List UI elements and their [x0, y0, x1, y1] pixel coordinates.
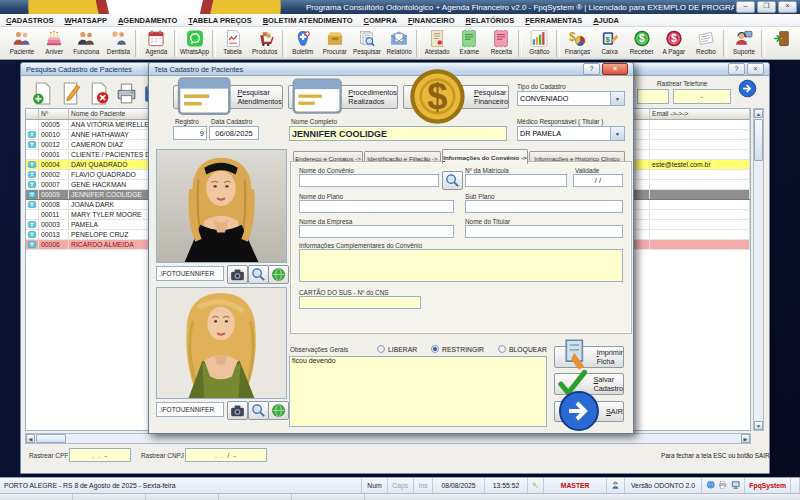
toolbar-funciona-button[interactable]: Funciona: [70, 28, 102, 59]
menu-item-0[interactable]: CADASTROS: [6, 16, 54, 25]
subplano-input[interactable]: [465, 200, 623, 213]
menu-item-2[interactable]: AGENDAMENTO: [118, 16, 177, 25]
obs-textarea[interactable]: ficou devendo: [289, 356, 547, 427]
pesquisar-financeiro-button[interactable]: $ Pesquisar Financeiro: [403, 85, 509, 109]
toolbar-recibo-button[interactable]: Recibo: [690, 28, 722, 59]
globe-icon[interactable]: [706, 480, 715, 490]
menu-item-8[interactable]: FERRAMENTAS: [525, 16, 582, 25]
toolbar-label: A Pagar: [663, 48, 685, 55]
cell-email: [650, 210, 750, 219]
toolbar-caixa-button[interactable]: $Caixa: [594, 28, 626, 59]
edit-patient-button[interactable]: [57, 80, 84, 107]
toolbar-exame-button[interactable]: Exame: [453, 28, 485, 59]
menu-bar: CADASTROSWHATSAPPAGENDAMENTOTABELA PREÇO…: [0, 14, 800, 27]
exit-arrow-icon: [555, 387, 603, 437]
data-cadastro-field[interactable]: 06/08/2025: [209, 126, 259, 140]
radio-bloquear[interactable]: BLOQUEAR: [498, 345, 547, 353]
panel-close-button[interactable]: ×: [747, 63, 764, 75]
menu-item-6[interactable]: FINANCEIRO: [408, 16, 455, 25]
menu-item-7[interactable]: RELATÓRIOS: [466, 16, 515, 25]
toolbar-suporte-button[interactable]: Suporte: [728, 28, 760, 59]
menu-item-1[interactable]: WHATSAPP: [65, 16, 107, 25]
registro-field[interactable]: 9: [173, 126, 207, 140]
phone-icon: [26, 170, 39, 179]
status-ins: Ins: [414, 478, 434, 493]
cell-email: [650, 140, 750, 149]
telefone-input[interactable]: -: [673, 89, 731, 104]
maximize-button[interactable]: ❐: [757, 1, 776, 13]
patient-photo-2: [156, 287, 287, 399]
nome-completo-field[interactable]: JENNIFER COOLIDGE: [289, 126, 507, 141]
toolbar-relat-rio-button[interactable]: Relatório: [383, 28, 415, 59]
webcam-button-1[interactable]: [227, 265, 248, 284]
toolbar-produtos-button[interactable]: Produtos: [249, 28, 281, 59]
zoom-photo-button-1[interactable]: [248, 265, 269, 284]
radio-liberar[interactable]: LIBERAR: [377, 345, 417, 353]
table-hscrollbar[interactable]: ◀ ▶: [25, 433, 751, 444]
sus-input[interactable]: [299, 296, 421, 309]
close-button[interactable]: ×: [778, 1, 797, 13]
toolbar-procurar-button[interactable]: Procurar: [319, 28, 351, 59]
telefone-ddd-input[interactable]: [637, 89, 669, 104]
toolbar-atestado-button[interactable]: Atestado: [421, 28, 453, 59]
plano-input[interactable]: [299, 200, 454, 213]
dialog-close-button[interactable]: ×: [602, 63, 628, 75]
load-photo-button-2[interactable]: [268, 401, 289, 420]
phone-icon: [26, 140, 39, 149]
empresa-input[interactable]: [299, 225, 454, 238]
menu-item-5[interactable]: COMPRA: [364, 16, 397, 25]
zoom-photo-button-2[interactable]: [248, 401, 269, 420]
printer-icon[interactable]: [718, 480, 727, 490]
menu-item-9[interactable]: AJUDA: [593, 16, 619, 25]
tipo-cadastro-select[interactable]: CONVENIADO▼: [517, 91, 625, 106]
aniver-icon: [44, 29, 64, 48]
minimize-button[interactable]: –: [736, 1, 755, 13]
tab-2[interactable]: Informações do Convênio ->: [442, 149, 528, 164]
matricula-input[interactable]: [465, 174, 567, 187]
pesquisar-atendimentos-button[interactable]: Pesquisar Atendimentos: [173, 85, 283, 109]
toolbar-receber-button[interactable]: $Receber: [626, 28, 658, 59]
toolbar-receita-button[interactable]: Receita: [485, 28, 517, 59]
webcam-button-2[interactable]: [227, 401, 248, 420]
new-patient-button[interactable]: [29, 80, 56, 107]
status-location: PORTO ALEGRE - RS 8 de Agosto de 2025 - …: [0, 478, 362, 493]
complementares-textarea[interactable]: [299, 249, 623, 282]
table-vscrollbar[interactable]: ▲ ▼: [753, 108, 764, 431]
medico-select[interactable]: DR PAMELA▼: [517, 126, 625, 141]
toolbar-agenda-button[interactable]: Agenda: [140, 28, 172, 59]
toolbar-tabela-button[interactable]: Tabela: [217, 28, 249, 59]
sair-button[interactable]: SAIR: [554, 401, 624, 422]
nome-convenio-input[interactable]: [299, 174, 439, 187]
load-photo-button-1[interactable]: [268, 265, 289, 284]
menu-item-3[interactable]: TABELA PREÇOS: [188, 16, 251, 25]
cnpj-input[interactable]: . . / -: [185, 448, 267, 462]
search-phone-button[interactable]: [737, 78, 758, 99]
print-list-button[interactable]: [113, 80, 140, 107]
header-num[interactable]: Nº: [39, 109, 69, 119]
toolbar-gr-fico-button[interactable]: Gráfico: [523, 28, 555, 59]
titular-input[interactable]: [465, 225, 623, 238]
delete-patient-button[interactable]: [85, 80, 112, 107]
panel-help-button[interactable]: ?: [728, 63, 745, 75]
photo-path-input-1[interactable]: [156, 266, 224, 281]
cell-num: 00008: [39, 200, 69, 209]
search-convenio-button[interactable]: [442, 171, 463, 190]
toolbar-whatsapp-button[interactable]: WhatsApp: [178, 28, 210, 59]
radio-restringir[interactable]: RESTRINGIR: [431, 345, 484, 353]
toolbar-aniver-button[interactable]: Aniver: [38, 28, 70, 59]
toolbar-boletim-button[interactable]: Boletim: [287, 28, 319, 59]
photo-path-input-2[interactable]: [156, 402, 224, 417]
cpf-input[interactable]: . . -: [69, 448, 131, 462]
toolbar-dentista-button[interactable]: Dentista: [102, 28, 134, 59]
monitor-icon[interactable]: [731, 480, 740, 490]
toolbar-a-pagar-button[interactable]: $A Pagar: [658, 28, 690, 59]
dialog-help-button[interactable]: ?: [583, 63, 600, 75]
toolbar-pesquisar-button[interactable]: Pesquisar: [351, 28, 383, 59]
toolbar-finan-as-button[interactable]: $Finanças: [561, 28, 593, 59]
procedimentos-realizados-button[interactable]: Procedimentos Realizados: [288, 85, 398, 109]
validade-input[interactable]: / /: [573, 174, 623, 187]
header-email[interactable]: Email ->->->: [650, 109, 750, 119]
toolbar-sair-button[interactable]: [766, 28, 798, 59]
menu-item-4[interactable]: BOLETIM ATENDIMENTO: [263, 16, 353, 25]
toolbar-paciente-button[interactable]: Paciente: [6, 28, 38, 59]
